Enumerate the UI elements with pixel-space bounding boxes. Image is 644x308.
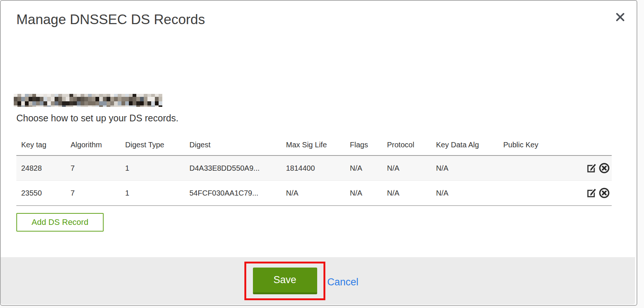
cell-protocol: N/A	[382, 155, 431, 181]
col-header-algorithm: Algorithm	[66, 134, 120, 155]
cell-algorithm: 7	[66, 155, 120, 181]
cell-digest-type: 1	[120, 155, 185, 181]
col-header-max-sig-life: Max Sig Life	[281, 134, 345, 155]
close-icon	[615, 12, 625, 22]
ds-records-table: Key tag Algorithm Digest Type Digest Max…	[16, 134, 612, 206]
col-header-flags: Flags	[345, 134, 382, 155]
close-button[interactable]	[612, 9, 628, 25]
cell-max-sig-life: N/A	[281, 181, 345, 206]
delete-icon	[598, 187, 610, 199]
col-header-digest: Digest	[185, 134, 281, 155]
cell-digest: D4A33E8DD550A9...	[185, 155, 281, 181]
cell-algorithm: 7	[66, 181, 120, 206]
edit-icon	[586, 187, 598, 199]
delete-icon	[598, 162, 610, 174]
cell-max-sig-life: 1814400	[281, 155, 345, 181]
cell-protocol: N/A	[382, 181, 431, 206]
ds-record-row-2: 23550 7 1 54FCF030AA1C79... N/A N/A N/A …	[16, 181, 612, 206]
cell-public-key	[498, 181, 581, 206]
cell-actions	[581, 181, 612, 206]
cell-digest-type: 1	[120, 181, 185, 206]
dnssec-modal: Manage DNSSEC DS Records Choose how to s…	[0, 0, 637, 306]
delete-record-button[interactable]	[598, 187, 610, 199]
col-header-actions	[581, 134, 612, 155]
add-ds-record-button[interactable]: Add DS Record	[16, 213, 104, 232]
cell-key-tag: 23550	[16, 181, 66, 206]
cell-key-data-alg: N/A	[431, 155, 498, 181]
table-header-row: Key tag Algorithm Digest Type Digest Max…	[16, 134, 612, 155]
edit-record-button[interactable]	[586, 162, 598, 174]
col-header-public-key: Public Key	[498, 134, 581, 155]
cell-public-key	[498, 155, 581, 181]
edit-icon	[586, 162, 598, 174]
cell-key-tag: 24828	[16, 155, 66, 181]
cancel-link[interactable]: Cancel	[327, 276, 358, 288]
modal-title: Manage DNSSEC DS Records	[16, 12, 205, 27]
save-button[interactable]: Save	[253, 268, 317, 294]
col-header-key-tag: Key tag	[16, 134, 66, 155]
col-header-protocol: Protocol	[382, 134, 431, 155]
delete-record-button[interactable]	[598, 162, 610, 174]
cell-flags: N/A	[345, 181, 382, 206]
save-annotation-highlight: Save	[244, 262, 325, 300]
cell-key-data-alg: N/A	[431, 181, 498, 206]
edit-record-button[interactable]	[586, 187, 598, 199]
cell-digest: 54FCF030AA1C79...	[185, 181, 281, 206]
col-header-key-data-alg: Key Data Alg	[431, 134, 498, 155]
col-header-digest-type: Digest Type	[120, 134, 185, 155]
cell-flags: N/A	[345, 155, 382, 181]
modal-footer: Save Cancel	[1, 257, 635, 304]
redacted-domain-name	[14, 94, 162, 107]
ds-record-row-1: 24828 7 1 D4A33E8DD550A9... 1814400 N/A …	[16, 155, 612, 181]
cell-actions	[581, 155, 612, 181]
setup-instruction-text: Choose how to set up your DS records.	[16, 113, 178, 124]
